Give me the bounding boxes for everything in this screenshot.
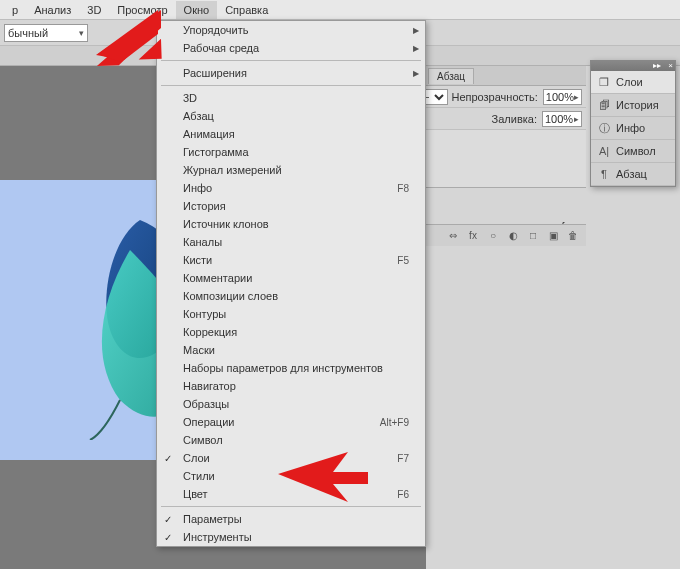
opacity-input[interactable]: 100%▸ [543, 89, 582, 105]
menu-item-история[interactable]: История [157, 197, 425, 215]
menu-item-слои[interactable]: ✓СлоиF7 [157, 449, 425, 467]
history-icon: 🗐 [597, 98, 611, 112]
menu-item-label: Стили [183, 470, 415, 482]
submenu-arrow-icon: ▶ [413, 26, 419, 35]
menu-item-каналы[interactable]: Каналы [157, 233, 425, 251]
menu-item-label: Каналы [183, 236, 415, 248]
chevron-down-icon: ▸ [574, 92, 579, 102]
menu-item-символ[interactable]: Символ [157, 431, 425, 449]
menu-item-стили[interactable]: Стили [157, 467, 425, 485]
menu-item-операции[interactable]: ОперацииAlt+F9 [157, 413, 425, 431]
group-icon[interactable]: □ [526, 229, 540, 243]
menu-item-3d[interactable]: 3D [157, 89, 425, 107]
menu-item-label: Рабочая среда [183, 42, 415, 54]
menu-item-label: Расширения [183, 67, 415, 79]
menu-item-label: Композиции слоев [183, 290, 415, 302]
palette-item-слои[interactable]: ❐Слои [591, 71, 675, 94]
opacity-row: — Непрозрачность: 100%▸ [426, 86, 586, 108]
menu-item-label: Образцы [183, 398, 415, 410]
chevron-down-icon: ▸ [574, 114, 579, 124]
palette-item-символ[interactable]: A|Символ [591, 140, 675, 163]
menu-item-label: 3D [183, 92, 415, 104]
check-icon: ✓ [164, 514, 172, 525]
menu-item-analysis[interactable]: Анализ [26, 1, 79, 19]
fill-input[interactable]: 100%▸ [542, 111, 582, 127]
menu-item-инфо[interactable]: ИнфоF8 [157, 179, 425, 197]
palette-item-label: История [616, 99, 659, 111]
right-panels: Абзац — Непрозрачность: 100%▸ Заливка: 1… [426, 66, 586, 276]
menu-item-label: Слои [183, 452, 397, 464]
link-icon[interactable]: ⇔ [446, 229, 460, 243]
menu-item-источник-клонов[interactable]: Источник клонов [157, 215, 425, 233]
menu-item-label: Наборы параметров для инструментов [183, 362, 415, 374]
menu-shortcut: F8 [397, 183, 415, 194]
fx-icon[interactable]: fx [466, 229, 480, 243]
menu-item-цвет[interactable]: ЦветF6 [157, 485, 425, 503]
mask-icon[interactable]: ○ [486, 229, 500, 243]
mode-combo-label: бычный [8, 27, 48, 39]
layers-icon: ❐ [597, 75, 611, 89]
menu-shortcut: Alt+F9 [380, 417, 415, 428]
menu-item-упорядочить[interactable]: Упорядочить▶ [157, 21, 425, 39]
menu-item-расширения[interactable]: Расширения▶ [157, 64, 425, 82]
menu-item-window[interactable]: Окно [176, 1, 218, 19]
layer-list[interactable] [426, 130, 586, 188]
menu-item-label: Инструменты [183, 531, 415, 543]
adjust-icon[interactable]: ◐ [506, 229, 520, 243]
menu-item-label: Источник клонов [183, 218, 415, 230]
fill-row: Заливка: 100%▸ [426, 108, 586, 130]
mode-combo[interactable]: бычный ▾ [4, 24, 88, 42]
menu-item-view[interactable]: Просмотр [109, 1, 175, 19]
menu-separator [161, 85, 421, 86]
menu-item-коррекция[interactable]: Коррекция [157, 323, 425, 341]
menu-item-навигатор[interactable]: Навигатор [157, 377, 425, 395]
tab-paragraph[interactable]: Абзац [428, 68, 474, 84]
menu-item-help[interactable]: Справка [217, 1, 276, 19]
menu-item-инструменты[interactable]: ✓Инструменты [157, 528, 425, 546]
menu-item-гистограмма[interactable]: Гистограмма [157, 143, 425, 161]
palette-item-label: Абзац [616, 168, 647, 180]
palette-item-история[interactable]: 🗐История [591, 94, 675, 117]
menu-item-label: Журнал измерений [183, 164, 415, 176]
panel-tabstrip: Абзац [426, 66, 586, 86]
palette-item-инфо[interactable]: ⓘИнфо [591, 117, 675, 140]
submenu-arrow-icon: ▶ [413, 69, 419, 78]
menu-item-label: Комментарии [183, 272, 415, 284]
trash-icon[interactable]: 🗑 [566, 229, 580, 243]
menu-item-журнал-измерений[interactable]: Журнал измерений [157, 161, 425, 179]
menu-item-r[interactable]: р [4, 1, 26, 19]
palette-header[interactable]: ▸▸ × [591, 61, 675, 71]
menu-item-3d[interactable]: 3D [79, 1, 109, 19]
menu-shortcut: F6 [397, 489, 415, 500]
menu-item-абзац[interactable]: Абзац [157, 107, 425, 125]
menu-item-анимация[interactable]: Анимация [157, 125, 425, 143]
menu-item-наборы-параметров-для-инструментов[interactable]: Наборы параметров для инструментов [157, 359, 425, 377]
menu-item-композиции-слоев[interactable]: Композиции слоев [157, 287, 425, 305]
panel-footer: ⇔ fx ○ ◐ □ ▣ 🗑 [426, 224, 586, 246]
chevron-down-icon: ▾ [79, 28, 84, 38]
newlayer-icon[interactable]: ▣ [546, 229, 560, 243]
menu-item-параметры[interactable]: ✓Параметры [157, 510, 425, 528]
menu-item-label: Абзац [183, 110, 415, 122]
menu-item-label: История [183, 200, 415, 212]
menu-item-кисти[interactable]: КистиF5 [157, 251, 425, 269]
check-icon: ✓ [164, 532, 172, 543]
menu-item-label: Упорядочить [183, 24, 415, 36]
menu-item-label: Контуры [183, 308, 415, 320]
menu-item-label: Параметры [183, 513, 415, 525]
menu-item-label: Навигатор [183, 380, 415, 392]
fill-label: Заливка: [492, 113, 537, 125]
collapse-icon[interactable]: ▸▸ [653, 61, 661, 70]
menu-item-маски[interactable]: Маски [157, 341, 425, 359]
menu-item-контуры[interactable]: Контуры [157, 305, 425, 323]
palette-item-label: Символ [616, 145, 656, 157]
menu-item-label: Гистограмма [183, 146, 415, 158]
close-icon[interactable]: × [668, 61, 673, 70]
menu-item-рабочая-среда[interactable]: Рабочая среда▶ [157, 39, 425, 57]
menu-separator [161, 60, 421, 61]
menu-item-комментарии[interactable]: Комментарии [157, 269, 425, 287]
menu-shortcut: F5 [397, 255, 415, 266]
menu-item-образцы[interactable]: Образцы [157, 395, 425, 413]
opacity-label: Непрозрачность: [451, 91, 537, 103]
palette-item-абзац[interactable]: ¶Абзац [591, 163, 675, 186]
